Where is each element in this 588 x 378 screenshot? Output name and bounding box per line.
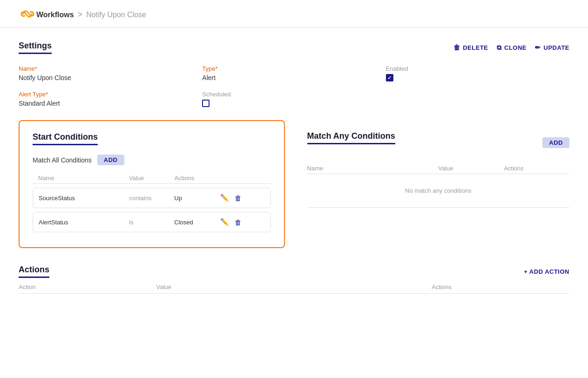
action-buttons: 🗑 DELETE ⧉ CLONE ✏ UPDATE	[453, 44, 569, 52]
scheduled-field: Scheduled	[202, 91, 385, 107]
breadcrumb-workflows[interactable]: Workflows	[36, 11, 74, 19]
match-all-row: Match All Conditions ADD	[33, 155, 271, 165]
edit-condition-2-button[interactable]: ✏️	[219, 217, 230, 227]
scheduled-label: Scheduled	[202, 91, 385, 98]
condition-actions-2: ✏️ 🗑	[219, 217, 264, 227]
header: Workflows > Notify Upon Close	[0, 0, 588, 28]
delete-button[interactable]: 🗑 DELETE	[453, 44, 488, 51]
alert-type-label: Alert Type*	[19, 91, 202, 98]
condition-name-1: SourceStatus	[39, 195, 129, 202]
condition-row: SourceStatus contains Up ✏️ 🗑	[33, 188, 271, 208]
delete-condition-2-button[interactable]: 🗑	[234, 217, 243, 227]
type-value: Alert	[202, 74, 385, 81]
update-button[interactable]: ✏ UPDATE	[535, 44, 569, 51]
edit-condition-1-button[interactable]: ✏️	[219, 193, 230, 203]
app-logo	[19, 8, 36, 21]
delete-condition-1-button[interactable]: 🗑	[234, 193, 243, 203]
enabled-checkbox[interactable]: ✓	[386, 74, 393, 81]
match-any-box: Match Any Conditions ADD Name Value Acti…	[294, 120, 570, 248]
alert-type-field: Alert Type* Standard Alert	[19, 91, 202, 107]
type-label: Type*	[202, 65, 385, 72]
condition-actions-1: ✏️ 🗑	[219, 193, 264, 203]
actions-col-actions: Actions	[432, 284, 569, 290]
settings-fields: Name* Notify Upon Close Type* Alert Enab…	[19, 65, 569, 107]
condition-name-2: AlertStatus	[39, 219, 129, 226]
breadcrumb: Workflows > Notify Upon Close	[36, 10, 146, 20]
condition-op-2: is	[129, 219, 174, 226]
any-col-name: Name	[307, 165, 439, 172]
breadcrumb-separator: >	[78, 10, 83, 20]
breadcrumb-current: Notify Upon Close	[86, 11, 146, 19]
type-field: Type* Alert	[202, 65, 385, 81]
pencil-icon: ✏	[535, 44, 541, 51]
trash-icon: 🗑	[453, 44, 460, 51]
actions-section: Actions + ADD ACTION Action Value Action…	[19, 265, 569, 294]
add-condition-button[interactable]: ADD	[97, 155, 124, 165]
enabled-label: Enabled	[386, 65, 569, 72]
match-any-title: Match Any Conditions	[307, 131, 395, 144]
conditions-section: Start Conditions Match All Conditions AD…	[19, 120, 569, 248]
page-content: Settings 🗑 DELETE ⧉ CLONE ✏ UPDATE Name*…	[0, 28, 588, 307]
name-label: Name*	[19, 65, 202, 72]
conditions-table-header: Name Value Actions	[33, 173, 271, 184]
alert-type-value: Standard Alert	[19, 100, 202, 107]
scheduled-checkbox[interactable]	[202, 100, 210, 107]
condition-val-2: Closed	[174, 219, 219, 226]
clone-button[interactable]: ⧉ CLONE	[497, 44, 527, 52]
enabled-field: Enabled ✓	[386, 65, 569, 81]
condition-row-2: AlertStatus is Closed ✏️ 🗑	[33, 212, 271, 232]
start-conditions-title: Start Conditions	[33, 132, 98, 145]
match-all-label: Match All Conditions	[33, 156, 92, 164]
col-actions: Actions	[175, 175, 220, 182]
settings-section-header: Settings 🗑 DELETE ⧉ CLONE ✏ UPDATE	[19, 41, 569, 54]
add-action-button[interactable]: + ADD ACTION	[524, 268, 569, 275]
any-col-value: Value	[438, 165, 504, 172]
add-any-condition-button[interactable]: ADD	[542, 137, 569, 148]
actions-table-header: Action Value Actions	[19, 281, 569, 294]
check-mark: ✓	[387, 75, 392, 81]
name-value: Notify Upon Close	[19, 74, 202, 81]
actions-section-header: Actions + ADD ACTION	[19, 265, 569, 278]
actions-col-value: Value	[156, 284, 432, 290]
condition-val-1: Up	[174, 195, 219, 202]
settings-title: Settings	[19, 41, 52, 54]
col-value: Value	[129, 175, 175, 182]
name-field: Name* Notify Upon Close	[19, 65, 202, 81]
actions-col-action: Action	[19, 284, 156, 290]
any-conditions-divider	[307, 207, 570, 208]
copy-icon: ⧉	[497, 44, 502, 52]
start-conditions-box: Start Conditions Match All Conditions AD…	[19, 120, 285, 248]
any-col-actions: Actions	[504, 165, 569, 172]
col-name: Name	[38, 175, 129, 182]
any-conditions-table-header: Name Value Actions	[307, 163, 570, 174]
actions-title: Actions	[19, 265, 49, 278]
no-match-any-text: No match any conditions	[307, 178, 570, 203]
condition-op-1: contains	[129, 195, 174, 202]
